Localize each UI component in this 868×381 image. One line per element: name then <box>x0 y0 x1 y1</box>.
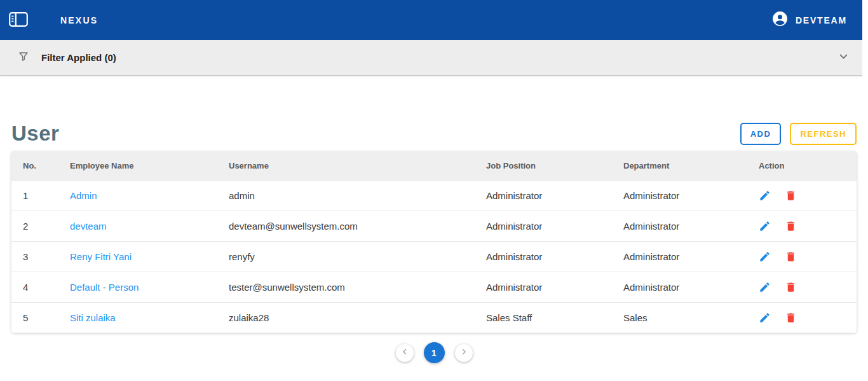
scrollbar-track[interactable] <box>862 0 868 381</box>
table-header-row: No. Employee Name Username Job Position … <box>11 151 857 180</box>
cell-username: zulaika28 <box>229 302 486 333</box>
user-table-card: No. Employee Name Username Job Position … <box>11 151 857 333</box>
cell-department: Administrator <box>623 272 759 302</box>
employee-name-link[interactable]: devteam <box>70 221 107 232</box>
trash-icon <box>785 251 797 263</box>
cell-username: devteam@sunwellsystem.com <box>229 211 486 241</box>
delete-button[interactable] <box>785 251 797 263</box>
cell-no: 3 <box>11 241 70 272</box>
employee-name-link[interactable]: Default - Person <box>70 282 139 293</box>
cell-action <box>759 180 857 211</box>
edit-button[interactable] <box>759 312 771 324</box>
trash-icon <box>785 190 797 202</box>
filter-icon <box>18 51 29 65</box>
add-button[interactable]: ADD <box>740 123 782 145</box>
edit-button[interactable] <box>759 190 771 202</box>
employee-name-link[interactable]: Siti zulaika <box>70 312 116 323</box>
column-header-job-position: Job Position <box>486 151 623 180</box>
sidebar-toggle-button[interactable] <box>9 13 28 27</box>
title-row: User ADD REFRESH <box>11 121 857 146</box>
cell-job-position: Administrator <box>486 272 623 302</box>
cell-department: Administrator <box>623 211 759 241</box>
cell-job-position: Administrator <box>486 180 623 211</box>
column-header-employee-name: Employee Name <box>70 151 229 180</box>
chevron-left-icon <box>400 347 409 358</box>
pencil-icon <box>759 220 771 232</box>
cell-department: Administrator <box>623 241 759 272</box>
delete-button[interactable] <box>785 312 797 324</box>
table-row: 5 Siti zulaika zulaika28 Sales Staff Sal… <box>11 302 857 333</box>
delete-button[interactable] <box>785 220 797 232</box>
edit-button[interactable] <box>759 281 771 293</box>
cell-no: 2 <box>11 211 70 241</box>
table-row: 3 Reny Fitri Yani renyfy Administrator A… <box>11 241 857 272</box>
pencil-icon <box>759 190 771 202</box>
trash-icon <box>785 220 797 232</box>
cell-no: 4 <box>11 272 70 302</box>
cell-action <box>759 211 857 241</box>
cell-job-position: Administrator <box>486 241 623 272</box>
user-name: DEVTEAM <box>796 15 847 25</box>
edit-button[interactable] <box>759 220 771 232</box>
pencil-icon <box>759 251 771 263</box>
cell-job-position: Sales Staff <box>486 302 623 333</box>
pencil-icon <box>759 281 771 293</box>
cell-no: 5 <box>11 302 70 333</box>
brand-logo: NEXUS <box>60 15 98 25</box>
cell-username: renyfy <box>229 241 486 272</box>
sidebar-toggle-icon <box>9 12 28 29</box>
trash-icon <box>785 312 797 324</box>
refresh-button[interactable]: REFRESH <box>790 123 857 145</box>
cell-no: 1 <box>11 180 70 211</box>
user-menu[interactable]: DEVTEAM <box>772 11 847 29</box>
employee-name-link[interactable]: Reny Fitri Yani <box>70 251 132 262</box>
cell-username: tester@sunwellsystem.com <box>229 272 486 302</box>
cell-department: Sales <box>623 302 759 333</box>
column-header-username: Username <box>229 151 486 180</box>
trash-icon <box>785 281 797 293</box>
cell-job-position: Administrator <box>486 211 623 241</box>
delete-button[interactable] <box>785 190 797 202</box>
column-header-action: Action <box>759 151 857 180</box>
filter-bar[interactable]: Filter Applied (0) <box>0 40 868 76</box>
table-row: 4 Default - Person tester@sunwellsystem.… <box>11 272 857 302</box>
cell-department: Administrator <box>623 180 759 211</box>
previous-page-button[interactable] <box>396 344 414 362</box>
chevron-right-icon <box>459 347 468 358</box>
edit-button[interactable] <box>759 251 771 263</box>
cell-action <box>759 272 857 302</box>
current-page-button[interactable]: 1 <box>424 342 445 363</box>
table-row: 2 devteam devteam@sunwellsystem.com Admi… <box>11 211 857 241</box>
pagination: 1 <box>11 342 857 363</box>
cell-action <box>759 241 857 272</box>
next-page-button[interactable] <box>455 344 473 362</box>
delete-button[interactable] <box>785 281 797 293</box>
user-avatar-icon <box>772 11 788 29</box>
main-content: User ADD REFRESH No. Employee Name Usern… <box>0 121 868 363</box>
column-header-department: Department <box>623 151 759 180</box>
filter-label: Filter Applied (0) <box>41 52 116 63</box>
column-header-no: No. <box>11 151 70 180</box>
page-title: User <box>11 121 59 146</box>
table-row: 1 Admin admin Administrator Administrato… <box>11 180 857 211</box>
cell-action <box>759 302 857 333</box>
user-table: No. Employee Name Username Job Position … <box>11 151 857 333</box>
pencil-icon <box>759 312 771 324</box>
chevron-down-icon[interactable] <box>838 51 849 64</box>
cell-username: admin <box>229 180 486 211</box>
employee-name-link[interactable]: Admin <box>70 190 97 201</box>
app-header: NEXUS DEVTEAM <box>0 0 868 40</box>
